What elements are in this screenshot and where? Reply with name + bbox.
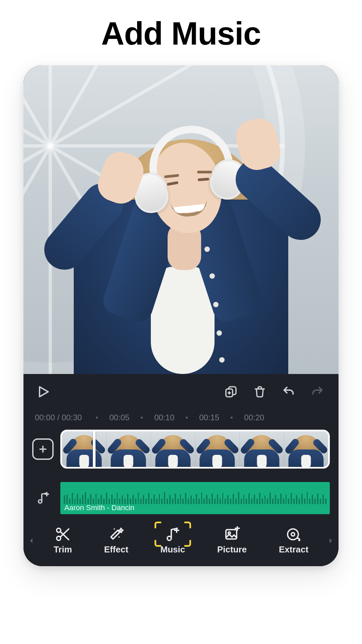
wand-icon <box>108 526 124 542</box>
bottom-nav: Trim Effect Music <box>23 514 339 557</box>
audio-waveform <box>60 485 330 504</box>
video-thumbnail[interactable] <box>284 431 328 467</box>
time-ruler[interactable]: 00:00 / 00:30 00:05 00:10 00:15 00:20 <box>23 410 339 430</box>
time-mark: 00:20 <box>244 413 264 422</box>
time-mark: 00:15 <box>199 413 219 422</box>
video-track[interactable] <box>60 430 330 469</box>
music-plus-icon <box>165 526 181 542</box>
page-title: Add Music <box>0 15 362 52</box>
playhead[interactable] <box>93 430 96 469</box>
chevron-right-icon <box>327 535 334 546</box>
add-music-button[interactable] <box>32 491 54 505</box>
video-thumbnail[interactable] <box>195 431 240 467</box>
undo-button[interactable] <box>279 382 298 401</box>
nav-item-label: Extract <box>279 544 308 555</box>
svg-rect-6 <box>226 530 237 539</box>
nav-item-label: Music <box>161 544 185 555</box>
video-thumbnail[interactable] <box>150 431 195 467</box>
audio-track-title: Aaron Smith - Dancin <box>64 503 134 512</box>
delete-button[interactable] <box>250 382 269 401</box>
nav-item-label: Trim <box>54 544 72 555</box>
editor-toolbar <box>23 374 339 410</box>
scissors-icon <box>55 526 71 542</box>
nav-item-music[interactable]: Music <box>157 524 189 557</box>
editor-panel: 00:00 / 00:30 00:05 00:10 00:15 00:20 <box>23 374 339 566</box>
svg-marker-0 <box>40 387 48 396</box>
svg-point-9 <box>291 533 295 536</box>
add-clip-button[interactable] <box>32 438 54 460</box>
nav-item-extract[interactable]: Extract <box>276 524 312 557</box>
audio-track-row: Aaron Smith - Dancin <box>23 469 339 514</box>
svg-point-10 <box>298 540 300 541</box>
undo-icon <box>282 385 295 398</box>
play-icon <box>36 384 51 399</box>
image-plus-icon <box>224 526 240 542</box>
time-current-duration: 00:00 / 00:30 <box>35 413 82 422</box>
trash-icon <box>253 385 266 398</box>
play-button[interactable] <box>34 382 53 401</box>
nav-item-label: Picture <box>217 544 247 555</box>
nav-item-label: Effect <box>104 544 128 555</box>
disc-music-icon <box>286 526 302 542</box>
chevron-left-icon <box>28 535 35 546</box>
video-track-row <box>23 430 339 469</box>
video-thumbnail[interactable] <box>239 431 284 467</box>
svg-point-8 <box>288 529 298 540</box>
nav-scroll-right[interactable] <box>324 535 337 546</box>
duplicate-button[interactable] <box>221 382 241 401</box>
time-mark: 00:05 <box>109 413 129 422</box>
audio-track[interactable]: Aaron Smith - Dancin <box>60 482 330 514</box>
nav-item-picture[interactable]: Picture <box>214 524 250 557</box>
nav-item-trim[interactable]: Trim <box>50 524 75 557</box>
nav-item-effect[interactable]: Effect <box>101 524 132 557</box>
redo-icon <box>311 385 324 398</box>
copy-plus-icon <box>224 385 238 398</box>
music-plus-icon <box>36 491 50 505</box>
time-mark: 00:10 <box>154 413 174 422</box>
plus-icon <box>38 444 48 454</box>
device-frame: 00:00 / 00:30 00:05 00:10 00:15 00:20 <box>23 65 339 566</box>
video-thumbnail[interactable] <box>106 431 151 467</box>
nav-scroll-left[interactable] <box>25 535 38 546</box>
redo-button[interactable] <box>308 382 327 401</box>
video-preview[interactable] <box>23 65 339 374</box>
video-thumbnail[interactable] <box>62 431 106 467</box>
